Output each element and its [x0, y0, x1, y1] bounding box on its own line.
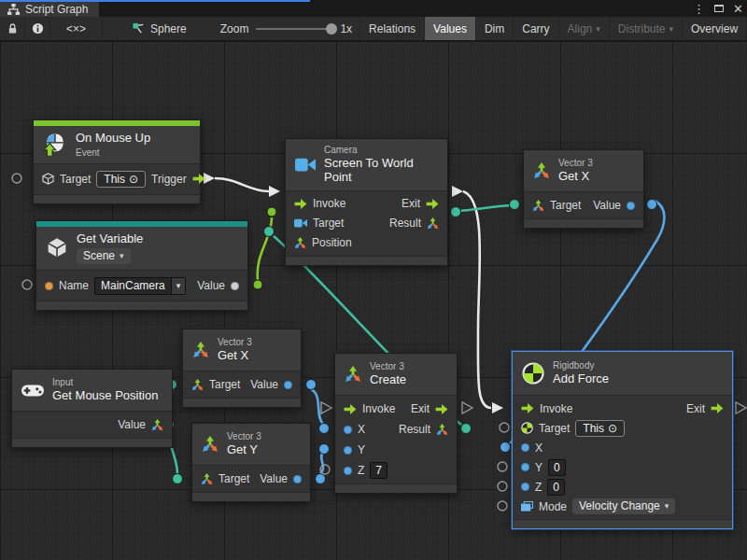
camera-result-port[interactable] — [451, 207, 461, 217]
trigger-out-port[interactable] — [204, 173, 215, 184]
zoom-slider[interactable] — [256, 28, 332, 30]
maximize-button[interactable] — [714, 5, 724, 12]
create-result-port[interactable] — [461, 424, 472, 434]
vector3-port-icon[interactable] — [427, 217, 439, 230]
node-footer — [192, 492, 310, 501]
z-value-field[interactable]: 7 — [370, 462, 388, 479]
force-mode-icon[interactable] — [521, 501, 533, 511]
vector3-port-icon[interactable] — [294, 237, 306, 249]
variable-value-port[interactable] — [253, 280, 262, 289]
graph-canvas[interactable]: On Mouse Up Event Target This ⊙ Trigger — [0, 41, 747, 560]
exit-out-port[interactable] — [452, 186, 463, 197]
exec-in-icon[interactable] — [344, 404, 357, 414]
create-invoke-empty-port[interactable] — [321, 402, 331, 413]
exec-out-icon[interactable] — [192, 174, 205, 184]
node-get-x-mid[interactable]: Vector 3 Get X Target Value — [182, 329, 302, 408]
addforce-mode-empty-port[interactable] — [498, 501, 507, 511]
this-target-button[interactable]: This ⊙ — [96, 171, 146, 188]
wire-result-to-getx-top[interactable] — [460, 205, 510, 211]
window-menu-button[interactable]: ⋮ — [693, 2, 705, 16]
unity-variable-icon — [46, 237, 68, 259]
exec-in-icon[interactable] — [294, 199, 307, 209]
exec-out-icon[interactable] — [426, 199, 439, 209]
node-on-mouse-up[interactable]: On Mouse Up Event Target This ⊙ Trigger — [33, 119, 201, 204]
addforce-x-in-port[interactable] — [500, 442, 511, 453]
carry-button[interactable]: Carry — [513, 17, 557, 40]
float-in-port[interactable] — [521, 483, 529, 491]
node-create-vector3[interactable]: Vector 3 Create Invoke Exit X Result Y — [334, 353, 458, 494]
create-y-in-port[interactable] — [319, 444, 330, 455]
distribute-button[interactable]: Distribute▾ — [609, 17, 682, 40]
position-in-port[interactable] — [264, 227, 275, 237]
node-get-x-top[interactable]: Vector 3 Get X Target Value — [523, 149, 644, 229]
addforce-target-empty-port[interactable] — [500, 423, 509, 432]
exec-in-icon[interactable] — [521, 403, 534, 413]
rigidbody-port-icon[interactable] — [521, 422, 533, 434]
dim-button[interactable]: Dim — [475, 17, 513, 40]
node-get-variable[interactable]: Get Variable Scene ▾ Name MainCamera ▾ V… — [35, 220, 248, 311]
getx-top-value-port[interactable] — [647, 200, 657, 210]
vector3-port-icon[interactable] — [151, 419, 163, 431]
create-exit-empty-port[interactable] — [462, 402, 472, 413]
invoke-in-arrow[interactable] — [269, 186, 280, 197]
getx-top-target-port[interactable] — [510, 200, 520, 210]
info-button[interactable] — [25, 17, 50, 40]
addforce-exit-empty-port[interactable] — [736, 402, 746, 413]
relations-button[interactable]: Relations — [359, 17, 424, 40]
values-button[interactable]: Values — [424, 17, 475, 40]
y-value-field[interactable]: 0 — [548, 459, 566, 476]
node-get-mouse-position[interactable]: Input Get Mouse Position Value — [11, 369, 173, 448]
float-in-port[interactable] — [344, 446, 352, 455]
this-target-button[interactable]: This ⊙ — [575, 420, 625, 437]
getvariable-name-empty-port[interactable] — [22, 280, 32, 289]
addforce-y-empty-port[interactable] — [498, 462, 507, 471]
lock-button[interactable] — [0, 17, 25, 40]
breadcrumb[interactable]: Sphere — [123, 17, 196, 40]
string-port[interactable] — [45, 282, 53, 290]
create-x-in-port[interactable] — [319, 424, 330, 434]
exec-out-icon[interactable] — [435, 404, 448, 414]
node-get-y[interactable]: Vector 3 Get Y Target Value — [191, 423, 311, 502]
force-mode-dropdown[interactable]: Velocity Change ▾ — [572, 498, 675, 514]
mouseup-target-empty-port[interactable] — [12, 174, 21, 183]
z-value-field[interactable]: 0 — [547, 479, 565, 496]
float-in-port[interactable] — [521, 463, 529, 471]
variable-scope-dropdown[interactable]: Scene ▾ — [77, 248, 131, 264]
this-label: This — [583, 421, 604, 436]
addforce-z-empty-port[interactable] — [498, 482, 507, 491]
gamepad-icon — [21, 384, 44, 398]
zoom-slider-handle[interactable] — [326, 23, 337, 35]
float-in-port[interactable] — [344, 426, 352, 434]
wire-exit-to-addforce-invoke[interactable] — [463, 191, 491, 408]
gety-target-port[interactable] — [173, 474, 183, 484]
value-out-port[interactable] — [231, 282, 239, 290]
camera-port-icon[interactable] — [294, 217, 307, 229]
tab-script-graph[interactable]: Script Graph — [0, 2, 99, 17]
camera-target-port[interactable] — [267, 207, 276, 217]
addforce-invoke-in-arrow[interactable] — [492, 402, 503, 413]
vector3-port-icon[interactable] — [201, 473, 213, 485]
float-out-port[interactable] — [627, 202, 635, 210]
float-in-port[interactable] — [521, 443, 529, 452]
float-out-port[interactable] — [284, 381, 292, 389]
getx-mid-value-port[interactable] — [306, 380, 317, 390]
variable-name-combo[interactable]: MainCamera ▾ — [94, 277, 186, 295]
vector3-port-icon[interactable] — [191, 379, 204, 391]
z-label: Z — [535, 481, 542, 494]
exec-out-icon[interactable] — [711, 403, 724, 413]
exit-label: Exit — [411, 402, 430, 415]
gety-value-port[interactable] — [316, 474, 326, 484]
node-screen-to-world-point[interactable]: Camera Screen To World Point Invoke Exit… — [285, 138, 448, 266]
overview-button[interactable]: Overview — [682, 17, 746, 40]
wire-trigger-to-invoke[interactable] — [215, 178, 269, 191]
vector3-port-icon[interactable] — [532, 200, 544, 212]
scope-label: Scene — [83, 249, 115, 263]
float-in-port[interactable] — [344, 467, 352, 475]
vector3-port-icon[interactable] — [436, 424, 448, 436]
close-button[interactable]: ✕ — [733, 2, 743, 16]
align-button[interactable]: Align▾ — [558, 17, 609, 40]
code-preview-button[interactable]: <×> — [50, 17, 103, 40]
node-add-force[interactable]: Rigidbody Add Force Invoke Exit Target T… — [512, 351, 733, 529]
y-label: Y — [358, 443, 365, 456]
float-out-port[interactable] — [293, 475, 302, 483]
